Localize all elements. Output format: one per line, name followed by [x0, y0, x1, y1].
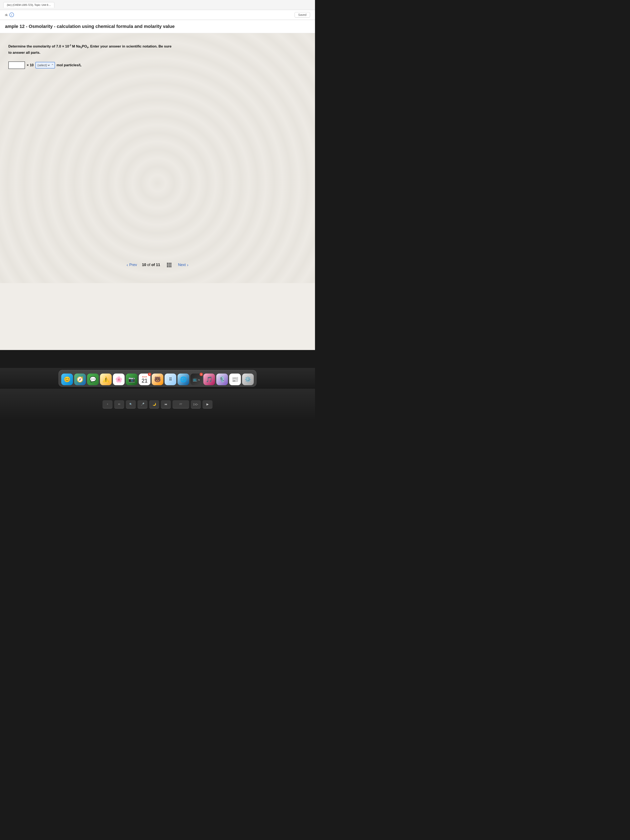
key-search[interactable]: 🔍 [126, 400, 136, 409]
tab-text: (lec) (CHEM-1305-7Z3), Topic: Unit 6:... [7, 3, 51, 6]
total-pages: 11 [156, 263, 160, 267]
page-title-bar: ample 12 - Osmolarity - calculation usin… [0, 20, 315, 33]
saved-label: Saved [298, 13, 306, 16]
rewind-icon: ⏮ [164, 403, 167, 406]
exponent-select[interactable]: (select) -6 -5 -4 -3 -2 -1 0 1 2 3 [37, 63, 51, 67]
dock-item-reminders[interactable]: ⚠️ [100, 374, 112, 385]
breadcrumb-text: rk [5, 13, 8, 17]
dock-item-finder[interactable]: 😊 [61, 374, 73, 385]
play-icon: ▶ [207, 403, 209, 406]
prev-chevron-icon: ‹ [127, 262, 128, 267]
key-brightness-down[interactable]: ☀ [103, 400, 112, 409]
keyboard-area: ☀ 80 🔍 🎤 🌙 ⏮ F7 ▷▷ ▶ [0, 389, 315, 420]
bottom-navigation: ‹ Prev 10 of of 11 [0, 259, 315, 271]
answer-row: × 10 (select) -6 -5 -4 -3 -2 -1 0 1 2 3 [8, 62, 307, 69]
dock-item-calendar[interactable]: MAR 21 1 [139, 374, 150, 385]
grid-view-icon[interactable] [167, 263, 172, 267]
exponent-select-wrapper[interactable]: (select) -6 -5 -4 -3 -2 -1 0 1 2 3 ⌃ [35, 62, 55, 68]
dock-item-facetime[interactable]: 📷 [126, 374, 137, 385]
appletv-icon: 📺 tv [193, 377, 200, 382]
dock-item-launchpad[interactable]: ⠿ [164, 374, 176, 385]
clock-icon: 🌐 [180, 376, 187, 383]
of-text: of [147, 263, 150, 267]
exponent: -3 [69, 44, 71, 46]
safari-icon: 🧭 [77, 376, 83, 383]
key-f7[interactable]: F7 [172, 400, 189, 409]
saved-badge: Saved [295, 12, 310, 17]
bear-icon: 🐻 [154, 376, 161, 383]
tv-badge: 1 [200, 373, 203, 376]
question-container: Determine the osmolarity of 7.0 × 10-3 M… [8, 44, 307, 69]
dock-item-safari[interactable]: 🧭 [74, 374, 86, 385]
coefficient-input[interactable] [8, 62, 25, 69]
key-moon[interactable]: 🌙 [149, 400, 159, 409]
dock-item-clock[interactable]: 🌐 [177, 374, 189, 385]
question-subtext: to answer all parts. [8, 51, 307, 55]
macos-dock: 😊 🧭 💬 ⚠️ 🌸 📷 MAR 21 1 🐻 [58, 370, 256, 387]
key-fn-80[interactable]: 80 [114, 400, 124, 409]
photos-icon: 🌸 [115, 376, 123, 383]
content-header: rk i Saved [0, 10, 315, 20]
dock-item-podcasts[interactable]: 🎙️ [216, 374, 228, 385]
next-track-icon: ▷▷ [194, 403, 198, 406]
units-label: mol particles/L [57, 63, 82, 67]
keyboard-row: ☀ 80 🔍 🎤 🌙 ⏮ F7 ▷▷ ▶ [103, 400, 213, 409]
dock-item-news[interactable]: 📰 [229, 374, 241, 385]
header-left: rk i [5, 13, 14, 17]
next-chevron-icon: › [187, 262, 188, 267]
info-icon[interactable]: i [9, 13, 14, 17]
current-page: 10 [142, 263, 146, 267]
reminders-icon: ⚠️ [103, 376, 109, 383]
key-play[interactable]: ▶ [202, 400, 213, 409]
microphone-icon: 🎤 [141, 403, 144, 406]
dock-item-systemprefs[interactable]: ⚙️ [242, 374, 254, 385]
search-icon: 🔍 [129, 403, 132, 406]
moon-icon: 🌙 [153, 403, 156, 406]
main-content: Determine the osmolarity of 7.0 × 10-3 M… [0, 33, 315, 283]
dock-item-photos[interactable]: 🌸 [113, 374, 125, 385]
dock-item-bear[interactable]: 🐻 [152, 374, 163, 385]
page-title: ample 12 - Osmolarity - calculation usin… [5, 24, 310, 29]
dock-item-appletv[interactable]: 📺 tv 1 [190, 374, 202, 385]
browser-bar: (lec) (CHEM-1305-7Z3), Topic: Unit 6:... [0, 0, 315, 10]
systemprefs-icon: ⚙️ [245, 376, 251, 383]
prev-label: Prev [129, 263, 137, 267]
of-text-word: of [152, 263, 156, 267]
page-counter: 10 of of 11 [142, 263, 160, 267]
key-rewind[interactable]: ⏮ [161, 400, 171, 409]
next-label: Next [178, 263, 186, 267]
news-icon: 📰 [232, 376, 238, 383]
dock-item-music[interactable]: 🎵 [203, 374, 215, 385]
finder-icon: 😊 [64, 376, 70, 383]
calendar-badge: 1 [148, 373, 151, 376]
key-next[interactable]: ▷▷ [191, 400, 201, 409]
dock-item-messages[interactable]: 💬 [87, 374, 99, 385]
calendar-day: 21 [142, 378, 148, 383]
question-text: Determine the osmolarity of 7.0 × 10-3 M… [8, 44, 307, 49]
messages-icon: 💬 [90, 376, 96, 383]
times-ten-label: × 10 [27, 63, 34, 67]
next-button[interactable]: Next › [178, 262, 188, 267]
podcasts-icon: 🎙️ [219, 376, 226, 383]
launchpad-icon: ⠿ [169, 377, 172, 382]
prev-button[interactable]: ‹ Prev [127, 262, 137, 267]
music-icon: 🎵 [206, 376, 213, 383]
chevron-down-icon: ⌃ [51, 63, 54, 67]
ripple-background [0, 33, 315, 283]
key-mic[interactable]: 🎤 [137, 400, 147, 409]
facetime-icon: 📷 [128, 376, 135, 383]
browser-tab[interactable]: (lec) (CHEM-1305-7Z3), Topic: Unit 6:... [3, 2, 54, 8]
dock-container: 😊 🧭 💬 ⚠️ 🌸 📷 MAR 21 1 🐻 [0, 368, 315, 389]
